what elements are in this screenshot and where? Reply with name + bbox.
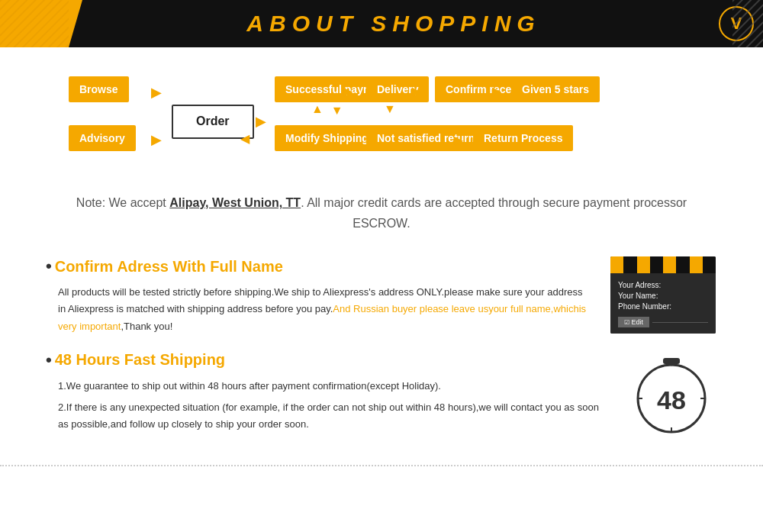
header-corner-stripes — [732, 0, 763, 47]
note-section: Note: We accept Alipay, West Union, TT. … — [0, 177, 763, 249]
arrow-notsatisfied-to-return: ▶ — [454, 133, 463, 147]
arrow-down-from-delivery: ▼ — [384, 102, 396, 116]
confirm-address-title: • Confirm Adress With Full Name — [46, 256, 588, 276]
address-edit-button[interactable]: ☑ Edit — [618, 317, 649, 327]
flow-diagram-section: Browse Advisory ▶ ▶ Order ▶ Successful p… — [0, 47, 763, 177]
fast-shipping-text: • 48 Hours Fast Shipping 1.We guarantee … — [46, 350, 603, 433]
confirm-address-section: • Confirm Adress With Full Name All prod… — [0, 249, 763, 350]
arrow-delivery-to-confirm: ▶ — [412, 84, 421, 98]
clapperboard-stripes — [610, 256, 716, 273]
fast-shipping-section: • 48 Hours Fast Shipping 1.We guarantee … — [0, 343, 763, 457]
page-header: ABOUT SHOPPING V — [0, 0, 763, 47]
fast-shipping-body: 1.We guarantee to ship out within 48 hou… — [46, 378, 603, 433]
note-prefix: Note: We accept — [76, 196, 169, 209]
page-title: ABOUT SHOPPING — [69, 11, 719, 37]
flow-notsatisfied-box: Not satisfied return — [366, 125, 485, 151]
address-label1: Your Adress: — [618, 281, 708, 289]
address-label2: Your Name: — [618, 292, 708, 300]
note-highlight: Alipay, West Union, TT — [169, 196, 301, 209]
flow-5stars-box: Given 5 stars — [511, 76, 600, 102]
confirm-address-text: • Confirm Adress With Full Name All prod… — [46, 256, 588, 334]
flow-browse-box: Browse — [69, 76, 129, 102]
svg-text:48: 48 — [657, 385, 686, 414]
bullet-2: • — [46, 350, 52, 370]
flow-return-box: Return Process — [473, 125, 573, 151]
address-card-container: Your Adress: Your Name: Phone Number: ☑ … — [610, 256, 717, 334]
arrow-up-to-payment: ▲ — [311, 102, 324, 116]
svg-rect-3 — [732, 0, 763, 47]
address-card-body: Your Adress: Your Name: Phone Number: ☑ … — [610, 273, 716, 334]
bullet-1: • — [46, 256, 52, 276]
confirm-address-body: All products will be tested strictly bef… — [46, 284, 588, 334]
bottom-divider — [0, 465, 763, 466]
arrow-advisory-to-order: ▶ — [151, 131, 162, 148]
address-label3: Phone Number: — [618, 302, 708, 311]
flow-modify-box: Modify Shipping — [275, 125, 379, 151]
svg-rect-1 — [0, 0, 69, 47]
flow-advisory-box: Advisory — [69, 125, 136, 151]
arrow-confirm-to-stars: ▶ — [492, 84, 501, 98]
note-suffix: . All major credit cards are accepted th… — [301, 196, 687, 230]
fast-shipping-title: • 48 Hours Fast Shipping — [46, 350, 603, 370]
arrow-order-to-payment: ▶ — [256, 113, 266, 130]
arrow-payment-to-delivery: ▶ — [343, 84, 353, 98]
svg-rect-10 — [663, 358, 680, 364]
header-yellow-accent — [0, 0, 69, 47]
hours-circle-svg: 48 — [629, 354, 713, 438]
hours-icon-container: 48 — [626, 350, 717, 442]
arrow-left-to-modify: ◀ — [240, 131, 250, 146]
arrow-browse-to-order: ▶ — [151, 84, 162, 101]
